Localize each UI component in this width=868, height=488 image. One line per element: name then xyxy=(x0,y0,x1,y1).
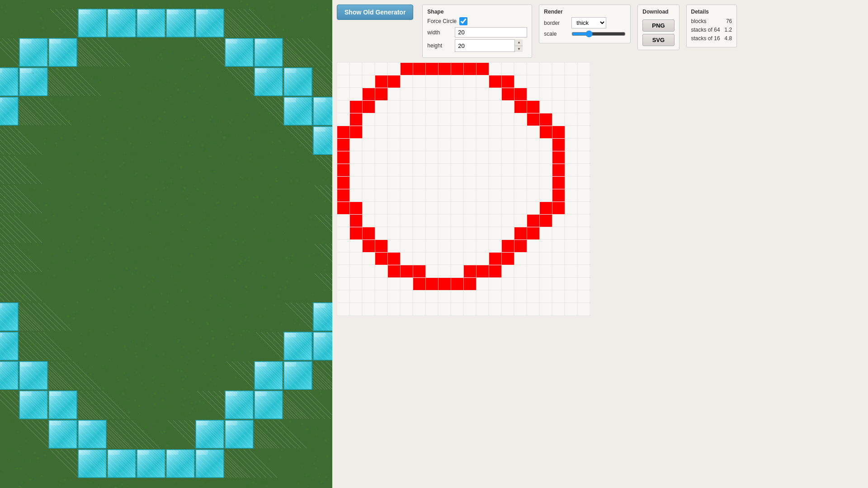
width-label: width xyxy=(427,29,452,36)
force-circle-row: Force Circle xyxy=(427,17,527,25)
download-box: Download PNG SVG xyxy=(637,5,679,50)
border-row: border thick thin none xyxy=(544,17,626,28)
shape-box: Shape Force Circle width height ▲ ▼ xyxy=(422,5,532,58)
scale-row: scale xyxy=(544,30,626,38)
height-row: height ▲ ▼ xyxy=(427,39,527,52)
stacks16-label: stacks of 16 xyxy=(691,35,720,42)
stacks64-value: 1.2 xyxy=(725,27,732,33)
height-input[interactable] xyxy=(455,39,523,52)
controls-row: Shape Force Circle width height ▲ ▼ xyxy=(422,5,737,58)
height-label: height xyxy=(427,42,452,49)
shape-label: Shape xyxy=(427,9,527,15)
stacks64-label: stacks of 64 xyxy=(691,27,720,33)
block-grid-canvas xyxy=(337,62,590,316)
details-box: Details blocks 76 stacks of 64 1.2 stack… xyxy=(686,5,737,47)
border-label: border xyxy=(544,20,569,26)
show-old-generator-button[interactable]: Show Old Generator xyxy=(337,5,413,20)
render-box: Render border thick thin none scale xyxy=(539,5,631,43)
scale-slider[interactable] xyxy=(571,30,626,38)
minecraft-preview xyxy=(0,0,332,488)
blocks-row: blocks 76 xyxy=(691,17,732,26)
width-row: width xyxy=(427,27,527,38)
download-label: Download xyxy=(642,9,674,15)
right-panel: Show Old Generator Shape Force Circle wi… xyxy=(332,0,868,488)
border-select[interactable]: thick thin none xyxy=(571,17,606,28)
stacks64-row: stacks of 64 1.2 xyxy=(691,26,732,34)
width-input[interactable] xyxy=(455,27,527,38)
stacks16-row: stacks of 16 4.8 xyxy=(691,34,732,43)
force-circle-checkbox[interactable] xyxy=(459,17,467,25)
top-bar: Show Old Generator Shape Force Circle wi… xyxy=(337,5,863,58)
details-label: Details xyxy=(691,9,732,15)
png-download-button[interactable]: PNG xyxy=(642,19,674,32)
stacks16-value: 4.8 xyxy=(725,35,732,42)
blocks-label: blocks xyxy=(691,18,707,24)
grid-container xyxy=(337,62,863,483)
scale-label: scale xyxy=(544,31,569,37)
blocks-value: 76 xyxy=(726,18,732,24)
force-circle-label: Force Circle xyxy=(427,18,457,24)
height-spinner: ▲ ▼ xyxy=(514,39,523,52)
svg-download-button[interactable]: SVG xyxy=(642,34,674,46)
height-increment-button[interactable]: ▲ xyxy=(515,39,523,46)
height-decrement-button[interactable]: ▼ xyxy=(515,46,523,52)
render-label: Render xyxy=(544,9,626,15)
